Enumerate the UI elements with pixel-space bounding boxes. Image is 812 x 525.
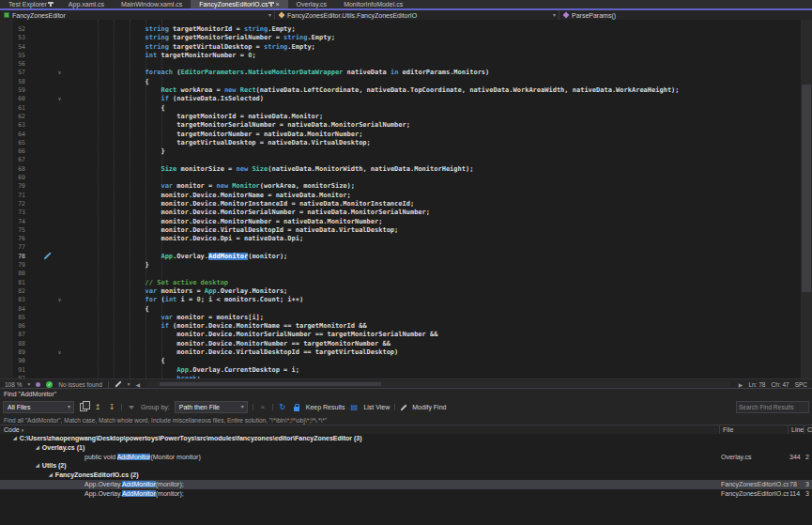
code-line[interactable]: 84 { bbox=[0, 305, 801, 314]
code-line[interactable]: 52 string targetMonitorId = string.Empty… bbox=[0, 25, 801, 34]
result-group-row[interactable]: ◢Overlay.cs (1) bbox=[0, 443, 812, 453]
code-line[interactable]: 82 var monitors = App.Overlay.Monitors; bbox=[0, 287, 801, 296]
code-line[interactable]: 59 Rect workArea = new Rect(nativeData.L… bbox=[0, 86, 801, 95]
code-line[interactable]: 60∨ if (nativeData.IsSelected) bbox=[0, 95, 801, 103]
keep-results-button[interactable]: Keep Results bbox=[306, 404, 345, 410]
result-group-row[interactable]: ◢C:\Users\zhaopengwang\Desktop\powertoys… bbox=[0, 434, 812, 443]
type-dropdown[interactable]: FancyZonesEditor.Utils.FancyZonesEditorI… bbox=[275, 10, 559, 20]
code-line[interactable]: 90 { bbox=[0, 357, 801, 365]
horizontal-scrollbar[interactable] bbox=[147, 381, 731, 387]
code-line[interactable]: 86 if (monitor.Device.MonitorName == tar… bbox=[0, 322, 801, 331]
code-line[interactable]: 83∨ for (int i = 0; i < monitors.Count; … bbox=[0, 296, 801, 304]
fold-arrow-icon[interactable]: ∨ bbox=[54, 296, 66, 304]
clear-results-icon[interactable]: × bbox=[258, 403, 268, 412]
scroll-right-icon[interactable]: ▶ bbox=[739, 381, 743, 388]
result-match-row[interactable]: public void AddMonitor(Monitor monitor)O… bbox=[0, 453, 812, 462]
code-line[interactable]: 77 bbox=[0, 243, 801, 252]
pin-icon[interactable] bbox=[270, 2, 272, 7]
code-line[interactable]: 85 var monitor = monitors[i]; bbox=[0, 314, 801, 322]
code-line[interactable]: 74 monitor.Device.MonitorNumber = native… bbox=[0, 218, 801, 226]
collapse-all-icon[interactable]: ↥ bbox=[93, 403, 102, 412]
copy-icon[interactable] bbox=[79, 403, 88, 412]
result-match-row[interactable]: App.Overlay.AddMonitor(monitor);FancyZon… bbox=[0, 480, 812, 489]
scope-dropdown[interactable]: All Files ▾ bbox=[3, 401, 74, 413]
code-text: string targetVirtualDesktop = string.Emp… bbox=[66, 43, 801, 52]
editor-vertical-scrollbar[interactable] bbox=[801, 20, 812, 378]
chevron-down-icon[interactable]: ▾ bbox=[27, 381, 30, 387]
fold-arrow-icon[interactable]: ∨ bbox=[54, 95, 66, 103]
code-line[interactable]: 57∨ foreach (EditorParameters.NativeMoni… bbox=[0, 69, 801, 77]
code-line[interactable]: 68 Size monitorSize = new Size(nativeDat… bbox=[0, 165, 801, 174]
filter-icon[interactable] bbox=[127, 403, 136, 412]
code-line[interactable]: 61 { bbox=[0, 104, 801, 113]
tab-mainwindow-xaml-cs[interactable]: MainWindow.xaml.cs bbox=[113, 0, 191, 8]
pin-icon[interactable] bbox=[50, 2, 52, 7]
code-line[interactable]: 75 monitor.Device.VirtualDesktopId = nat… bbox=[0, 226, 801, 235]
code-line[interactable]: 65 targetVirtualDesktop = nativeData.Vir… bbox=[0, 139, 801, 147]
code-line[interactable]: 64 targetMonitorNumber = nativeData.Moni… bbox=[0, 131, 801, 139]
code-line[interactable]: 76 monitor.Device.Dpi = nativeData.Dpi; bbox=[0, 235, 801, 243]
list-view-button[interactable]: List View bbox=[363, 404, 390, 410]
lock-icon[interactable] bbox=[292, 403, 301, 412]
modify-find-button[interactable]: Modify Find bbox=[412, 404, 446, 410]
code-editor[interactable]: 52 string targetMonitorId = string.Empty… bbox=[0, 20, 812, 378]
code-line[interactable]: 67 bbox=[0, 156, 801, 164]
result-match-row[interactable]: App.Overlay.AddMonitor(monitor);FancyZon… bbox=[0, 489, 812, 499]
code-line[interactable]: 89∨ monitor.Device.VirtualDesktopId == t… bbox=[0, 348, 801, 357]
scroll-left-icon[interactable]: ◀ bbox=[136, 381, 141, 388]
code-line[interactable]: 91 App.Overlay.CurrentDesktop = i; bbox=[0, 366, 801, 375]
expand-arrow-icon[interactable]: ◢ bbox=[13, 434, 17, 443]
pencil-icon[interactable] bbox=[115, 380, 121, 387]
tab-test-explorer[interactable]: Test Explorer bbox=[0, 0, 60, 8]
code-line[interactable]: 73 monitor.Device.MonitorSerialNumber = … bbox=[0, 208, 801, 217]
scrollbar-thumb[interactable] bbox=[802, 85, 811, 293]
tab-fancyzoneseditorio-cs[interactable]: FancyZonesEditorIO.cs× bbox=[191, 0, 287, 8]
close-icon[interactable]: × bbox=[275, 1, 279, 8]
code-line[interactable]: 87 monitor.Device.MonitorSerialNumber ==… bbox=[0, 331, 801, 339]
code-line[interactable]: 58 { bbox=[0, 78, 801, 86]
line-number: 78 bbox=[0, 253, 25, 261]
expand-arrow-icon[interactable]: ◢ bbox=[36, 461, 39, 471]
member-dropdown[interactable]: ParseParams() bbox=[559, 10, 812, 20]
scrollbar-thumb[interactable] bbox=[160, 382, 381, 386]
gutter bbox=[25, 147, 54, 156]
code-line[interactable]: 79 } bbox=[0, 261, 801, 270]
search-find-results-input[interactable] bbox=[736, 401, 809, 413]
code-line[interactable]: 88 monitor.Device.MonitorNumber == targe… bbox=[0, 340, 801, 348]
expand-all-icon[interactable]: ↧ bbox=[107, 403, 116, 412]
result-group-row[interactable]: ◢FancyZonesEditorIO.cs (2) bbox=[0, 471, 812, 480]
zoom-level[interactable]: 108 % bbox=[5, 381, 22, 388]
code-line[interactable]: 53 string targetMonitorSerialNumber = st… bbox=[0, 34, 801, 42]
code-line[interactable]: 81 // Set active desktop bbox=[0, 279, 801, 287]
tab-app-xaml-cs[interactable]: App.xaml.cs bbox=[60, 0, 113, 8]
code-line[interactable]: 72 monitor.Device.MonitorInstanceId = na… bbox=[0, 200, 801, 208]
list-view-icon[interactable]: ▤ bbox=[349, 403, 359, 412]
project-dropdown[interactable]: FancyZonesEditor ▾ bbox=[0, 10, 275, 20]
code-line[interactable]: 62 targetMonitorId = nativeData.Monitor; bbox=[0, 113, 801, 121]
code-line[interactable]: 69 bbox=[0, 174, 801, 182]
issues-status[interactable]: No issues found bbox=[58, 381, 102, 388]
code-line[interactable]: 80 bbox=[0, 270, 801, 278]
code-line[interactable]: 66 } bbox=[0, 147, 801, 156]
code-line[interactable]: 54 string targetVirtualDesktop = string.… bbox=[0, 43, 801, 52]
result-group-row[interactable]: ◢Utils (2) bbox=[0, 461, 812, 471]
chevron-down-icon[interactable]: ▾ bbox=[128, 381, 130, 387]
tab-monitorinfomodel-cs[interactable]: MonitorInfoModel.cs bbox=[335, 0, 411, 8]
health-indicator-icon[interactable] bbox=[36, 382, 40, 387]
fold-column bbox=[54, 121, 66, 130]
fold-arrow-icon[interactable]: ∨ bbox=[54, 69, 66, 77]
code-line[interactable]: 55 int targetMonitorNumber = 0; bbox=[0, 52, 801, 60]
group-by-dropdown[interactable]: Path then File ▾ bbox=[175, 401, 248, 413]
expand-arrow-icon[interactable]: ◢ bbox=[49, 471, 53, 480]
code-line[interactable]: 71 monitor.Device.MonitorName = nativeDa… bbox=[0, 192, 801, 200]
tab-label: FancyZonesEditorIO.cs bbox=[199, 1, 268, 8]
fold-arrow-icon[interactable]: ∨ bbox=[54, 348, 66, 357]
code-line[interactable]: 78 App.Overlay.AddMonitor(monitor); bbox=[0, 253, 801, 261]
match-highlight: AddMonitor bbox=[117, 454, 151, 460]
code-line[interactable]: 63 targetMonitorSerialNumber = nativeDat… bbox=[0, 121, 801, 130]
expand-arrow-icon[interactable]: ◢ bbox=[36, 443, 39, 453]
tab-overlay-cs[interactable]: Overlay.cs bbox=[288, 0, 336, 8]
code-line[interactable]: 56 bbox=[0, 60, 801, 69]
refresh-icon[interactable]: ↻ bbox=[278, 403, 287, 412]
code-line[interactable]: 70 var monitor = new Monitor(workArea, m… bbox=[0, 182, 801, 191]
